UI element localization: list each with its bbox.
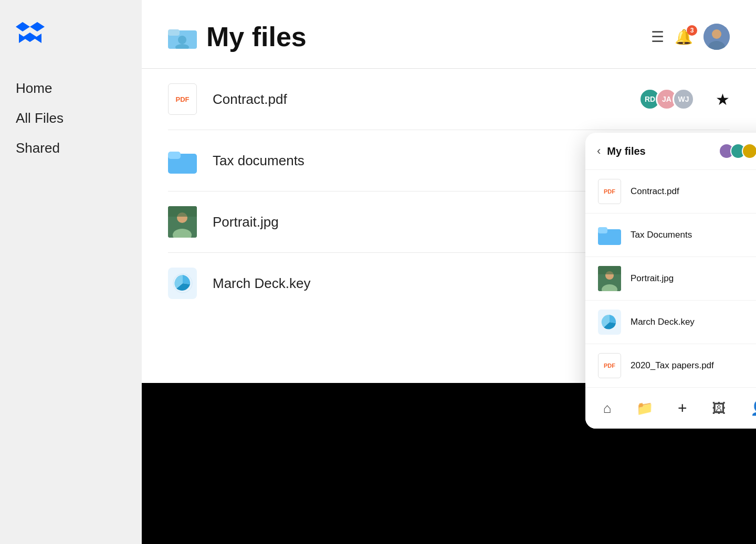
panel-file-name-2020-tax: 2020_Tax papers.pdf xyxy=(631,360,756,371)
svg-marker-1 xyxy=(30,22,45,31)
panel-header: ‹ My files ··· xyxy=(585,133,756,170)
pdf-icon-contract: PDF xyxy=(168,83,197,115)
panel-pdf-icon-contract: PDF xyxy=(597,178,622,205)
panel-avatars xyxy=(719,143,756,159)
sidebar-nav: Home All Files Shared xyxy=(16,78,126,168)
svg-rect-13 xyxy=(168,152,181,159)
panel-file-item-portrait[interactable]: Portrait.jpg ☆ xyxy=(585,257,756,301)
star-contract[interactable]: ★ xyxy=(716,90,730,109)
svg-point-10 xyxy=(712,29,721,39)
panel-file-item-2020-tax[interactable]: PDF 2020_Tax papers.pdf ☆ xyxy=(585,344,756,387)
image-icon-portrait xyxy=(168,206,197,238)
panel-pdf-icon-2020-tax: PDF xyxy=(597,353,622,379)
panel-folder-icon-tax xyxy=(597,222,622,248)
page-title: My files xyxy=(206,21,307,52)
panel-file-name-tax-documents: Tax Documents xyxy=(631,230,756,240)
main-content: My files ☰ 🔔 3 PDF xyxy=(142,0,756,383)
shared-folder-icon xyxy=(168,25,197,49)
panel-nav-photo-icon[interactable]: 🖼 xyxy=(707,398,731,419)
page-header: My files ☰ 🔔 3 xyxy=(168,21,730,52)
svg-point-7 xyxy=(178,36,186,44)
user-avatar[interactable] xyxy=(704,24,730,50)
svg-marker-2 xyxy=(23,33,37,42)
keynote-icon-march-deck xyxy=(168,268,197,299)
panel-file-name-portrait: Portrait.jpg xyxy=(631,273,756,284)
notification-badge: 3 xyxy=(687,25,697,36)
sidebar-item-all-files[interactable]: All Files xyxy=(16,108,126,129)
panel-back-button[interactable]: ‹ xyxy=(597,144,601,158)
panel-title: My files xyxy=(607,145,718,157)
avatar-wj: WJ xyxy=(673,88,695,110)
header-right: ☰ 🔔 3 xyxy=(651,24,730,50)
svg-marker-4 xyxy=(34,34,41,43)
panel-nav-folder-icon[interactable]: 📁 xyxy=(631,398,658,419)
svg-rect-24 xyxy=(598,266,621,274)
panel-image-icon-portrait xyxy=(597,265,622,292)
mobile-panel: ‹ My files ··· PDF Contract.pdf ★ xyxy=(585,133,756,429)
shared-avatars-contract: RD JA WJ xyxy=(639,88,695,110)
panel-nav-plus-icon[interactable]: + xyxy=(673,397,692,419)
panel-nav-home-icon[interactable]: ⌂ xyxy=(598,398,617,419)
header-left: My files xyxy=(168,21,307,52)
panel-file-item-tax-documents[interactable]: Tax Documents ☆ xyxy=(585,214,756,257)
sidebar: Home All Files Shared xyxy=(0,0,142,544)
panel-nav-person-icon[interactable]: 👤 xyxy=(745,398,756,419)
panel-file-name-contract: Contract.pdf xyxy=(631,186,756,197)
panel-file-item-contract[interactable]: PDF Contract.pdf ★ xyxy=(585,170,756,214)
panel-keynote-icon-march-deck xyxy=(597,309,622,335)
svg-rect-20 xyxy=(598,227,607,233)
hamburger-icon[interactable]: ☰ xyxy=(651,28,664,46)
dropbox-logo[interactable] xyxy=(16,21,126,78)
sidebar-item-shared[interactable]: Shared xyxy=(16,138,126,158)
sidebar-item-home[interactable]: Home xyxy=(16,78,126,99)
file-name-contract: Contract.pdf xyxy=(213,91,639,108)
panel-bottom-nav: ⌂ 📁 + 🖼 👤 xyxy=(585,387,756,429)
file-item-contract[interactable]: PDF Contract.pdf RD JA WJ ★ xyxy=(168,69,730,130)
folder-icon-tax xyxy=(168,145,197,176)
svg-rect-6 xyxy=(168,29,180,36)
svg-marker-0 xyxy=(16,22,30,31)
panel-file-list: PDF Contract.pdf ★ Tax Documents ☆ xyxy=(585,170,756,387)
notification-bell-wrapper[interactable]: 🔔 3 xyxy=(675,28,693,46)
panel-avatar-3 xyxy=(742,143,756,159)
svg-marker-3 xyxy=(19,34,26,43)
panel-file-name-march-deck: March Deck.key xyxy=(631,317,756,327)
svg-rect-17 xyxy=(168,206,197,217)
panel-file-item-march-deck[interactable]: March Deck.key ☆ xyxy=(585,301,756,344)
